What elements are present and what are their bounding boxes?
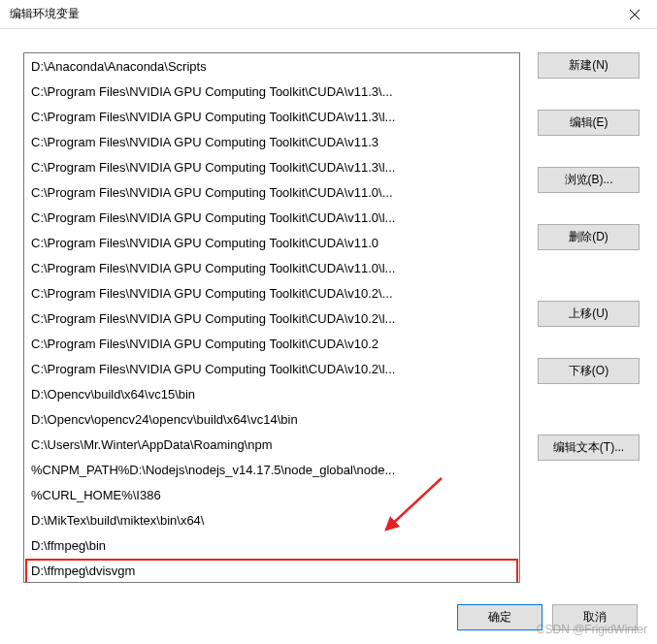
delete-button[interactable]: 删除(D) [538, 224, 640, 250]
path-list-item[interactable]: D:\ffmpeg\bin [25, 533, 518, 559]
path-list-item[interactable]: C:\Program Files\NVIDIA GPU Computing To… [25, 206, 518, 231]
path-list-item[interactable]: %CURL_HOME%\I386 [25, 483, 518, 508]
path-list-item[interactable]: C:\Program Files\NVIDIA GPU Computing To… [25, 80, 518, 105]
path-list-item[interactable]: D:\MikTex\build\miktex\bin\x64\ [25, 508, 518, 533]
path-list-item[interactable]: C:\Program Files\NVIDIA GPU Computing To… [25, 256, 518, 281]
browse-button[interactable]: 浏览(B)... [538, 167, 640, 193]
path-list-item[interactable]: C:\Program Files\NVIDIA GPU Computing To… [25, 357, 518, 382]
edittext-button[interactable]: 编辑文本(T)... [538, 435, 640, 461]
movedown-button[interactable]: 下移(O) [538, 358, 640, 384]
path-list-item[interactable]: C:\Users\Mr.Winter\AppData\Roaming\npm [25, 433, 518, 458]
path-list-item[interactable]: D:\Opencv\build\x64\vc15\bin [25, 382, 518, 407]
path-list-item[interactable]: C:\Program Files\NVIDIA GPU Computing To… [25, 180, 518, 206]
path-list-scroll[interactable]: D:\Anaconda\Anaconda\ScriptsC:\Program F… [24, 53, 519, 582]
ok-button[interactable]: 确定 [457, 604, 542, 630]
close-icon [630, 10, 640, 19]
path-list-item[interactable]: C:\Program Files\NVIDIA GPU Computing To… [25, 231, 518, 256]
cancel-button[interactable]: 取消 [552, 604, 638, 630]
path-listbox[interactable]: D:\Anaconda\Anaconda\ScriptsC:\Program F… [23, 52, 520, 583]
path-list-item[interactable]: D:\Opencv\opencv24\opencv\build\x64\vc14… [25, 407, 518, 433]
path-list-item[interactable]: %CNPM_PATH%D:\Nodejs\nodejs_v14.17.5\nod… [25, 458, 518, 483]
titlebar: 编辑环境变量 [0, 0, 657, 29]
path-list-item[interactable]: D:\Anaconda\Anaconda\Scripts [25, 54, 518, 80]
path-list-item[interactable]: C:\Program Files\NVIDIA GPU Computing To… [25, 130, 518, 155]
main-row: D:\Anaconda\Anaconda\ScriptsC:\Program F… [23, 52, 640, 583]
path-list-item[interactable]: C:\Program Files\NVIDIA GPU Computing To… [25, 332, 518, 357]
close-button[interactable] [620, 0, 649, 29]
edit-button[interactable]: 编辑(E) [538, 110, 640, 136]
path-list-item[interactable]: C:\Program Files\NVIDIA GPU Computing To… [25, 155, 518, 180]
moveup-button[interactable]: 上移(U) [538, 301, 640, 327]
button-column: 新建(N) 编辑(E) 浏览(B)... 删除(D) 上移(U) 下移(O) 编… [538, 52, 640, 583]
new-button[interactable]: 新建(N) [538, 52, 640, 79]
dialog-content: D:\Anaconda\Anaconda\ScriptsC:\Program F… [0, 29, 657, 644]
dialog-footer: 确定 取消 [23, 600, 640, 630]
path-list-item[interactable]: C:\Program Files\NVIDIA GPU Computing To… [25, 281, 518, 306]
path-list-item[interactable]: C:\Program Files\NVIDIA GPU Computing To… [25, 105, 518, 130]
path-list-item[interactable]: C:\Program Files\NVIDIA GPU Computing To… [25, 306, 518, 332]
path-list-item[interactable]: D:\ffmpeg\dvisvgm [25, 559, 518, 582]
window-title: 编辑环境变量 [10, 6, 80, 22]
